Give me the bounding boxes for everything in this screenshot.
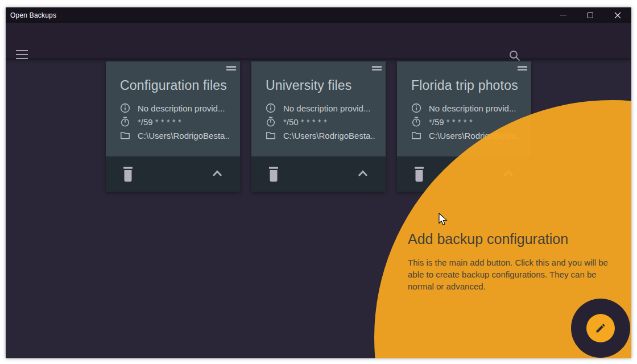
card-footer bbox=[251, 156, 386, 192]
feature-discovery-text: Add backup configuration This is the mai… bbox=[408, 231, 618, 292]
maximize-button[interactable] bbox=[577, 7, 604, 23]
backup-title: Configuration files bbox=[120, 78, 230, 93]
backup-card: Configuration files No description provi… bbox=[106, 61, 240, 192]
backup-description: No description provid... bbox=[138, 104, 225, 113]
trash-icon bbox=[267, 167, 280, 182]
close-button[interactable] bbox=[604, 7, 631, 23]
info-icon bbox=[120, 103, 130, 113]
window-controls bbox=[549, 7, 631, 23]
collapse-button[interactable] bbox=[358, 169, 368, 177]
card-footer bbox=[106, 156, 240, 192]
add-backup-fab[interactable] bbox=[586, 314, 615, 342]
timer-icon bbox=[120, 117, 130, 127]
folder-icon bbox=[411, 130, 421, 140]
description-row: No description provid... bbox=[266, 101, 375, 115]
backup-schedule: */59 * * * * * bbox=[138, 117, 181, 127]
path-row: C:\Users\RodrigoBesta... bbox=[266, 129, 375, 142]
chevron-up-icon bbox=[212, 169, 222, 177]
timer-icon bbox=[411, 117, 421, 127]
minimize-button[interactable] bbox=[549, 7, 577, 23]
backup-description: No description provid... bbox=[283, 104, 370, 113]
drag-handle-icon[interactable] bbox=[372, 66, 382, 71]
timer-icon bbox=[266, 117, 276, 127]
mouse-cursor bbox=[438, 213, 450, 226]
menu-button[interactable] bbox=[16, 50, 28, 59]
backup-title: University files bbox=[266, 78, 375, 93]
close-icon bbox=[614, 11, 622, 19]
delete-backup-button[interactable] bbox=[121, 167, 135, 182]
delete-backup-button[interactable] bbox=[267, 167, 280, 182]
description-row: No description provid... bbox=[120, 101, 230, 115]
app-toolbar bbox=[6, 23, 631, 58]
path-row: C:\Users\RodrigoBesta... bbox=[120, 129, 230, 142]
window-title: Open Backups bbox=[10, 11, 56, 19]
drag-handle-icon[interactable] bbox=[518, 66, 527, 71]
titlebar: Open Backups bbox=[6, 7, 631, 23]
folder-icon bbox=[120, 130, 130, 140]
description-row: No description provid... bbox=[411, 101, 521, 115]
backup-path: C:\Users\RodrigoBesta... bbox=[283, 131, 375, 140]
delete-backup-button[interactable] bbox=[412, 167, 426, 182]
info-icon bbox=[266, 103, 276, 113]
backup-description: No description provid... bbox=[429, 104, 516, 113]
hamburger-icon bbox=[16, 50, 28, 51]
maximize-icon bbox=[588, 13, 593, 18]
app-window: Open Backups bbox=[6, 7, 631, 358]
pencil-icon bbox=[595, 322, 606, 334]
info-icon bbox=[411, 103, 421, 113]
backup-title: Florida trip photos bbox=[411, 78, 521, 93]
search-icon bbox=[508, 49, 522, 63]
backup-card: University files No description provid..… bbox=[251, 61, 386, 192]
backup-schedule: */59 * * * * * bbox=[429, 117, 473, 127]
trash-icon bbox=[121, 167, 135, 182]
schedule-row: */50 * * * * * bbox=[266, 115, 375, 129]
overlay-title: Add backup configuration bbox=[408, 231, 618, 247]
chevron-up-icon bbox=[358, 169, 368, 177]
minimize-icon bbox=[560, 15, 566, 15]
folder-icon bbox=[266, 130, 276, 140]
trash-icon bbox=[412, 167, 426, 182]
card-header: Configuration files No description provi… bbox=[106, 61, 240, 156]
schedule-row: */59 * * * * * bbox=[120, 115, 230, 129]
backup-schedule: */50 * * * * * bbox=[283, 117, 327, 127]
drag-handle-icon[interactable] bbox=[226, 66, 236, 71]
card-header: University files No description provid..… bbox=[251, 61, 386, 156]
search-button[interactable] bbox=[508, 49, 522, 63]
overlay-description: This is the main add button. Click this … bbox=[408, 257, 610, 292]
backup-path: C:\Users\RodrigoBesta... bbox=[138, 131, 230, 140]
collapse-button[interactable] bbox=[212, 169, 222, 177]
